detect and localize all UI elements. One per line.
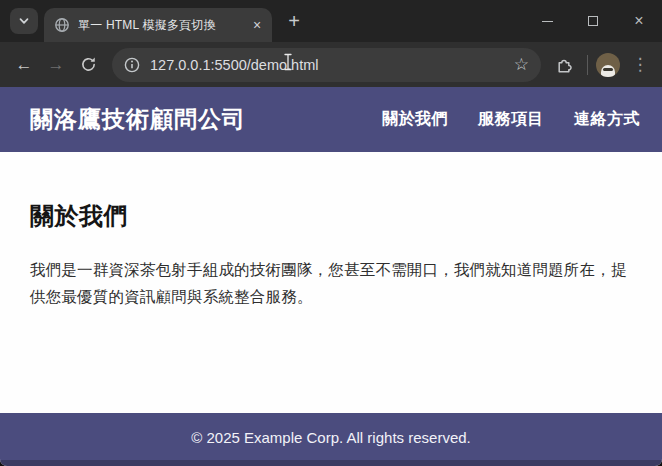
toolbar-divider (587, 55, 588, 75)
toolbar-right-cluster: ⋮ (549, 50, 654, 80)
nav-link-services[interactable]: 服務項目 (478, 109, 544, 130)
extensions-button[interactable] (549, 50, 579, 80)
page-main: 關於我們 我們是一群資深茶包射手組成的技術團隊，您甚至不需開口，我們就知道問題所… (0, 152, 662, 413)
site-footer: © 2025 Example Corp. All rights reserved… (0, 413, 662, 466)
avatar-image (601, 65, 615, 77)
new-tab-button[interactable]: + (280, 7, 308, 35)
site-nav: 關於我們 服務項目 連絡方式 (382, 109, 640, 130)
profile-avatar[interactable] (596, 53, 620, 77)
footer-copyright: © 2025 Example Corp. All rights reserved… (191, 429, 471, 450)
browser-toolbar: ← → 127.0.0.1:5500/demo.html ☆ (0, 42, 662, 87)
page-paragraph: 我們是一群資深茶包射手組成的技術團隊，您甚至不需開口，我們就知道問題所在，提供您… (30, 257, 632, 310)
close-icon: × (634, 13, 643, 29)
url-text[interactable]: 127.0.0.1:5500/demo.html (150, 57, 514, 73)
minimize-button[interactable] (524, 0, 570, 42)
address-bar[interactable]: 127.0.0.1:5500/demo.html ☆ (112, 48, 541, 82)
page-heading: 關於我們 (30, 200, 632, 232)
browser-menu-button[interactable]: ⋮ (626, 50, 654, 80)
browser-window: 單一 HTML 模擬多頁切換 × + × ← → (0, 0, 662, 466)
tab-search-button[interactable] (10, 8, 38, 34)
puzzle-icon (555, 56, 573, 74)
close-window-button[interactable]: × (616, 0, 662, 42)
maximize-icon (588, 16, 598, 26)
site-header: 關洛鷹技術顧問公司 關於我們 服務項目 連絡方式 (0, 87, 662, 152)
bookmark-star-icon[interactable]: ☆ (514, 54, 529, 75)
window-controls: × (524, 0, 662, 42)
tab-close-icon[interactable]: × (248, 16, 266, 34)
site-info-icon (124, 57, 140, 73)
back-button[interactable]: ← (8, 49, 40, 81)
site-title: 關洛鷹技術顧問公司 (30, 104, 246, 135)
tab-title: 單一 HTML 模擬多頁切換 (78, 17, 248, 34)
page-viewport: 關洛鷹技術顧問公司 關於我們 服務項目 連絡方式 關於我們 我們是一群資深茶包射… (0, 87, 662, 466)
chevron-down-icon (18, 15, 30, 27)
minimize-icon (542, 21, 553, 22)
nav-link-about[interactable]: 關於我們 (382, 109, 448, 130)
globe-icon (54, 17, 70, 33)
reload-button[interactable] (72, 49, 104, 81)
browser-titlebar: 單一 HTML 模擬多頁切換 × + × (0, 0, 662, 42)
browser-tab[interactable]: 單一 HTML 模擬多頁切換 × (44, 8, 272, 42)
reload-icon (80, 56, 97, 73)
maximize-button[interactable] (570, 0, 616, 42)
nav-link-contact[interactable]: 連絡方式 (574, 109, 640, 130)
forward-button[interactable]: → (40, 49, 72, 81)
